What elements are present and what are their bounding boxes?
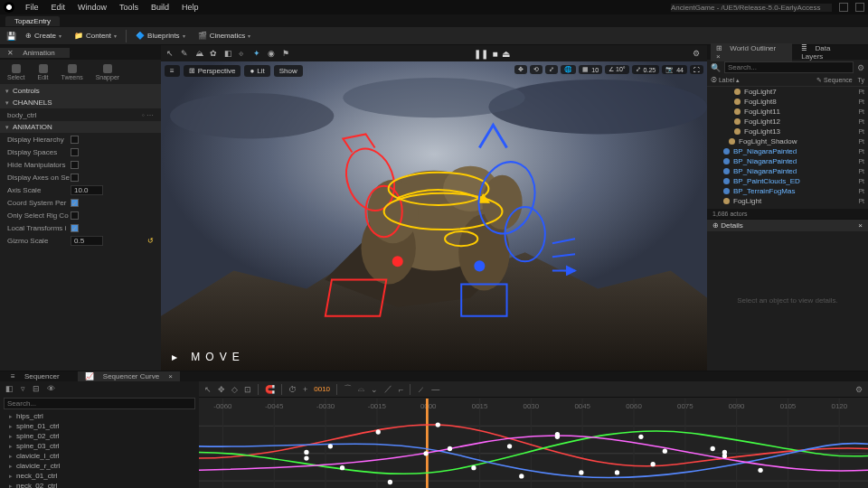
snap-angle[interactable]: ∠ 10° [605,65,629,74]
curve-track[interactable]: neck_02_ctrl [0,481,199,488]
marker-icon[interactable]: ⚑ [282,49,291,58]
channels-section[interactable]: CHANNELS [0,97,161,108]
tangent-break-icon[interactable]: ⌄ [371,385,378,394]
animation-section[interactable]: ANIMATION [0,121,161,133]
outliner-item[interactable]: BP_PaintClouds_EDPt [707,176,868,186]
cinematics-button[interactable]: 🎬 Cinematics▾ [194,30,255,42]
curve-key-icon[interactable]: ◇ [231,385,238,394]
eject-icon[interactable]: ⏏ [502,49,510,59]
maximize-button[interactable] [855,3,864,12]
curve-track[interactable]: clavicle_r_ctrl [0,461,199,471]
tangent-linear-icon[interactable]: ／ [384,383,392,395]
rotate-gizmo-icon[interactable]: ⟲ [530,65,542,74]
outliner-item[interactable]: FogLight12Pt [707,117,868,127]
select-tool[interactable]: Select [7,64,24,80]
level-tab[interactable]: TopazEntry [5,16,60,26]
tangent-user-icon[interactable]: ⌓ [358,384,364,394]
paint-icon[interactable]: ◉ [268,49,277,58]
curve-track[interactable]: clavicle_l_ctrl [0,451,199,461]
menu-build[interactable]: Build [146,3,175,12]
outliner-item[interactable]: FogLight7Pt [707,87,868,97]
perspective-dropdown[interactable]: ⊞ Perspective [184,65,241,77]
label-column[interactable]: ⦿ Label ▴ [711,77,740,84]
curve-tree-icon[interactable]: ⊟ [33,384,40,393]
foliage-icon[interactable]: ✿ [210,49,219,58]
axis-scale-field[interactable]: 10.0 [71,185,103,195]
tangent-constant-icon[interactable]: ⌐ [399,385,403,394]
content-button[interactable]: 📁 Content▾ [71,30,120,42]
blueprints-button[interactable]: 🔷 Blueprints▾ [132,30,189,42]
channel-item[interactable]: body_ctrl◦ ⋯ [0,108,161,121]
tab-data-layers[interactable]: ≣ Data Layers [796,43,864,61]
display-axes-checkbox[interactable] [71,174,79,182]
sequence-column[interactable]: ✎ Sequence [816,77,852,84]
display-spaces-checkbox[interactable] [71,148,79,156]
mesh-icon[interactable]: ◧ [224,49,233,58]
tab-sequencer[interactable]: ≡ Sequencer [4,371,74,381]
outliner-item[interactable]: FogLightPt [707,196,868,206]
curve-search-input[interactable] [4,398,195,409]
fracture-icon[interactable]: ⟐ [239,49,248,58]
only-select-rig-checkbox[interactable] [71,211,79,220]
curve-frame-icon[interactable]: ⊡ [244,385,251,394]
gizmo-scale-field[interactable]: 0.5 [71,236,103,246]
coord-space-icon[interactable]: 🌐 [561,65,576,74]
snap-grid[interactable]: ▦ 10 [579,65,602,74]
outliner-item[interactable]: BP_NiagaraPaintedPt [707,146,868,156]
skeleton-icon[interactable]: ✦ [253,49,262,58]
curve-select-icon[interactable]: ↖ [204,385,212,394]
landscape-icon[interactable]: ⛰ [195,49,204,58]
curve-editor[interactable]: ↖ ✥ ◇ ⊡ 🧲 ⏱ + 0010 ⌒ ⌓ ⌄ ／ ⌐ ⟋ — ⚙ [199,381,868,488]
viewport[interactable]: ≡ ⊞ Perspective ● Lit Show ✥ ⟲ ⤢ 🌐 ▦ 10 … [161,61,707,371]
viewport-maximize-icon[interactable]: ⛶ [690,65,703,74]
curve-track[interactable]: neck_01_ctrl [0,471,199,481]
tangent-flatten-icon[interactable]: — [431,385,439,394]
tangent-auto-icon[interactable]: ⌒ [344,383,352,395]
coord-system-checkbox[interactable]: ✓ [71,199,79,207]
tweens-tool[interactable]: Tweens [61,64,83,80]
curve-time-icon[interactable]: ⏱ [288,385,297,394]
settings-icon[interactable]: ⚙ [693,49,702,58]
snapper-tool[interactable]: Snapper [96,64,119,80]
curve-track[interactable]: spine_03_ctrl [0,441,199,451]
outliner-item[interactable]: FogLight_ShadowPt [707,136,868,146]
curve-transform-icon[interactable]: ✥ [218,385,225,394]
outliner-settings-icon[interactable]: ⚙ [857,63,864,72]
menu-tools[interactable]: Tools [114,3,144,12]
outliner-item[interactable]: BP_NiagaraPaintedPt [707,166,868,176]
snap-scale[interactable]: ⤢ 0.25 [632,65,660,74]
save-icon[interactable]: 💾 [5,31,16,42]
controls-section[interactable]: Controls [0,85,161,97]
animation-tab[interactable]: ✕ Animation [0,48,70,58]
brush-icon[interactable]: ✎ [181,49,190,58]
create-button[interactable]: ⊕ Create▾ [22,30,65,42]
curve-filter-icon[interactable]: ▿ [21,384,25,393]
cursor-icon[interactable]: ↖ [166,49,175,58]
curve-track[interactable]: hips_ctrl [0,411,199,421]
stop-icon[interactable]: ■ [492,49,497,59]
curve-snap-icon[interactable]: 🧲 [265,385,275,394]
curve-track[interactable]: spine_02_ctrl [0,431,199,441]
outliner-item[interactable]: BP_TerrainFogMasPt [707,186,868,196]
tangent-weight-icon[interactable]: ⟋ [417,385,425,394]
scale-gizmo-icon[interactable]: ⤢ [545,65,558,74]
display-hierarchy-checkbox[interactable] [71,136,79,144]
lit-dropdown[interactable]: ● Lit [244,65,269,77]
outliner-item[interactable]: FogLight8Pt [707,97,868,107]
curve-view-icon[interactable]: 👁 [47,384,55,393]
pause-icon[interactable]: ❚❚ [474,49,488,59]
outliner-item[interactable]: FogLight11Pt [707,107,868,117]
local-transforms-checkbox[interactable]: ✓ [71,224,79,232]
menu-edit[interactable]: Edit [46,3,71,12]
outliner-item[interactable]: BP_NiagaraPaintedPt [707,156,868,166]
camera-speed[interactable]: 📷 44 [662,65,687,74]
menu-help[interactable]: Help [176,3,204,12]
outliner-item[interactable]: FogLight13Pt [707,127,868,136]
details-header[interactable]: ⊕ Details × [707,219,868,231]
tab-world-outliner[interactable]: ⊞ World Outliner × [711,43,792,61]
menu-window[interactable]: Window [72,3,112,12]
edit-tool[interactable]: Edit [37,64,48,80]
curve-add-key-icon[interactable]: + [303,385,307,394]
translate-gizmo-icon[interactable]: ✥ [514,65,527,74]
outliner-search-input[interactable] [724,61,854,73]
